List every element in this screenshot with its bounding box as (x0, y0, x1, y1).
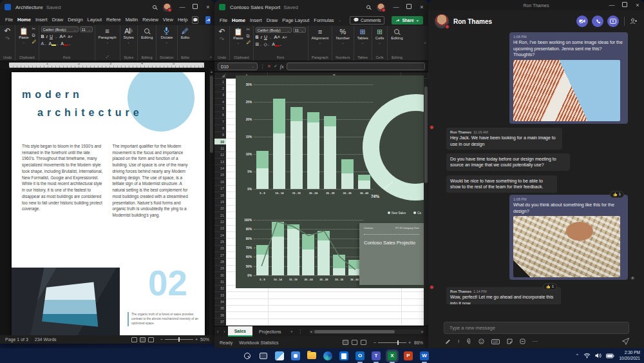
taskbar-start-icon[interactable] (225, 350, 237, 362)
building-photo[interactable] (513, 60, 620, 121)
word-tab-design[interactable]: Design (68, 17, 82, 23)
row-header-20[interactable]: 20 (214, 206, 226, 212)
italic-button[interactable]: I (261, 35, 262, 40)
row-header-1[interactable]: 1 (214, 79, 226, 85)
styles-button[interactable]: A𝄆Styles⌄ (122, 26, 135, 44)
shrink-font-button[interactable]: A˅ (68, 35, 73, 39)
word-tab-layout[interactable]: Layout (88, 17, 102, 23)
font-name-select[interactable]: Calibri (Body)⌄ (41, 26, 79, 32)
emoji-icon[interactable] (478, 338, 484, 344)
share-button[interactable]: Share ⌄ (392, 16, 423, 25)
search-icon[interactable] (149, 5, 160, 10)
row-header-7[interactable]: 7 (214, 119, 226, 125)
document-page[interactable]: modern architecture This style began to … (12, 72, 205, 335)
received-message[interactable]: Ron Thames 11:19 AM Hey Jack. We have be… (446, 128, 562, 150)
row-header-37[interactable]: 37 (214, 319, 226, 325)
print-layout-icon[interactable] (140, 337, 146, 342)
font-color-button[interactable]: A⌄ (61, 41, 71, 46)
row-header-27[interactable]: 27 (214, 252, 226, 259)
attach-icon[interactable] (466, 338, 471, 345)
select-all-corner[interactable] (214, 72, 226, 78)
volume-icon[interactable] (595, 353, 601, 358)
page-layout-view-icon[interactable] (352, 340, 357, 345)
bold-button[interactable]: B (41, 34, 44, 39)
word-tab-review[interactable]: Review (142, 17, 158, 23)
excel-tab-home[interactable]: Home (232, 17, 245, 23)
word-tab-insert[interactable]: Insert (35, 17, 48, 23)
row-header-21[interactable]: 21 (214, 212, 226, 219)
taskbar-task-view-icon[interactable] (258, 350, 269, 362)
ribbon-collapse-icon[interactable]: ˄ (207, 54, 214, 61)
word-tab-references[interactable]: Refere (106, 17, 121, 23)
sheet-tab-projections[interactable]: Projections (252, 326, 288, 337)
dictate-button[interactable]: Dictate⌄ (160, 26, 175, 44)
word-tab-view[interactable]: View (163, 17, 173, 23)
bold-button[interactable]: B (256, 35, 259, 39)
word-ruler[interactable]: 1 2 3 4 5 (0, 61, 214, 69)
maximize-button[interactable] (189, 0, 202, 14)
shrink-font-button[interactable]: A˅ (282, 35, 287, 39)
row-header-15[interactable]: 15 (214, 172, 226, 179)
workbook-statistics[interactable]: Workbook Statistics (239, 340, 278, 345)
page-indicator[interactable]: Page 1 of 3 (5, 337, 28, 342)
row-header-10[interactable]: 10 (214, 139, 226, 145)
tables-button[interactable]: ⊞Tables⌄ (356, 27, 370, 45)
undo-icon[interactable]: ↶ (219, 27, 225, 36)
row-header-33[interactable]: 33 (214, 292, 226, 299)
word-tab-mailings[interactable]: Mailin (126, 17, 138, 23)
row-header-22[interactable]: 22 (214, 219, 226, 225)
web-layout-icon[interactable] (148, 337, 154, 342)
format-painter-icon[interactable]: 🖉 (32, 39, 37, 44)
model-photo[interactable] (513, 216, 620, 277)
excel-tab-page-layout[interactable]: Page Layout (282, 17, 309, 23)
chat-message-list[interactable]: 1:08 PM Hi Ron, I've been working on som… (428, 32, 644, 304)
name-box[interactable]: D10⌄ (218, 63, 258, 70)
tray-expand-icon[interactable]: ⌃ (576, 353, 580, 358)
taskbar-teams-icon[interactable]: T (370, 350, 382, 362)
normal-view-icon[interactable] (343, 340, 348, 345)
search-icon[interactable] (363, 5, 374, 10)
word-tab-file[interactable]: File (5, 17, 13, 23)
row-header-34[interactable]: 34 (214, 299, 226, 305)
minimize-button[interactable]: — (390, 0, 402, 14)
row-header-5[interactable]: 5 (214, 105, 226, 112)
grow-font-button[interactable]: A˄ (274, 34, 280, 40)
row-header-11[interactable]: 11 (214, 145, 226, 152)
number-button[interactable]: %Number⌄ (335, 27, 351, 45)
row-header-2[interactable]: 2 (214, 85, 226, 92)
word-account-avatar[interactable] (163, 3, 171, 12)
underline-button[interactable]: U (50, 34, 53, 39)
paste-button[interactable]: 📋Paste⌄ (232, 27, 244, 45)
word-tab-draw[interactable]: Draw (52, 17, 64, 23)
contact-avatar[interactable] (435, 14, 449, 28)
alignment-button[interactable]: ≡Alignment⌄ (310, 27, 330, 45)
read-mode-icon[interactable] (131, 337, 137, 342)
row-header-31[interactable]: 31 (214, 279, 226, 285)
font-name-select[interactable]: Calibri (Body)⌄ (256, 27, 292, 33)
excel-account-avatar[interactable] (377, 3, 385, 12)
row-header-29[interactable]: 29 (214, 266, 226, 272)
row-header-25[interactable]: 25 (214, 239, 226, 245)
cells-button[interactable]: ⊞Cells⌄ (374, 27, 385, 45)
received-message[interactable]: Do you have time today before our design… (446, 153, 570, 171)
sheet-nav-right-icon[interactable]: › (221, 329, 227, 334)
video-call-button[interactable] (576, 15, 588, 27)
screen-share-button[interactable] (607, 15, 619, 27)
taskbar-file-explorer-icon[interactable] (306, 350, 317, 362)
word-tab-home[interactable]: Home (17, 17, 31, 23)
row-header-24[interactable]: 24 (214, 232, 226, 239)
copy-icon[interactable]: ⧉ (247, 34, 251, 39)
add-people-icon[interactable] (630, 18, 638, 25)
format-painter-icon[interactable]: 🖉 (247, 40, 251, 44)
row-header-19[interactable]: 19 (214, 199, 226, 205)
excel-zoom-slider[interactable]: −+ (374, 340, 411, 345)
row-header-36[interactable]: 36 (214, 312, 226, 319)
cut-icon[interactable]: ✂ (247, 27, 251, 32)
row-header-13[interactable]: 13 (214, 159, 226, 165)
formula-input[interactable] (287, 63, 425, 70)
text-effects-button[interactable]: A⌄ (41, 41, 47, 46)
row-header-18[interactable]: 18 (214, 192, 226, 199)
editor-button[interactable]: 🖉Edito (180, 26, 191, 40)
taskbar-chat-icon[interactable] (290, 350, 301, 362)
excel-tab-insert[interactable]: Insert (250, 17, 262, 23)
